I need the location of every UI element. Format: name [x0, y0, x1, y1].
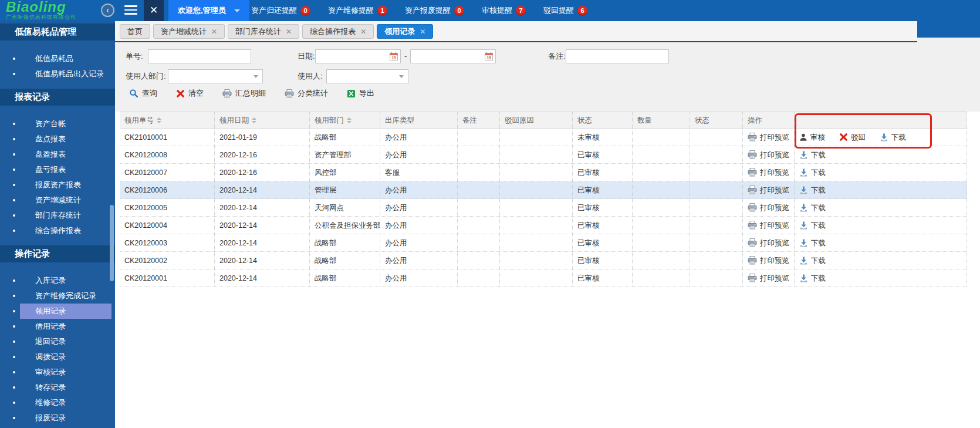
download-icon — [799, 221, 808, 230]
sidebar-item[interactable]: 调拨记录 — [0, 349, 115, 365]
hamburger-menu-icon[interactable] — [124, 5, 137, 16]
table-row[interactable]: CK201200012020-12-14战略部办公用已审核 打印预览 下载 — [120, 269, 967, 287]
sidebar-item[interactable]: 入库记录 — [0, 273, 115, 288]
printer-button[interactable]: 分类统计 — [285, 88, 328, 99]
table-cell-actions: 下载 — [795, 217, 967, 234]
sidebar-item[interactable]: 借用记录 — [0, 319, 115, 334]
column-header[interactable]: 领用部门 — [310, 112, 380, 128]
notification-item[interactable]: 资产归还提醒 0 — [251, 5, 310, 16]
sidebar-item[interactable]: 资产台帐 — [0, 116, 115, 132]
search-button[interactable]: 查询 — [129, 88, 157, 99]
table-cell — [458, 181, 500, 198]
table-cell: 2021-01-19 — [215, 129, 310, 146]
download-icon — [799, 203, 808, 212]
table-row[interactable]: CK201200082020-12-16资产管理部办公用已审核 打印预览 下载 — [120, 146, 967, 164]
sidebar-item[interactable]: 资产维修完成记录 — [0, 288, 115, 304]
tab-item[interactable]: 综合操作报表 ✕ — [302, 24, 374, 39]
table-row[interactable]: CK201200042020-12-14公积金及担保业务部办公用已审核 打印预览… — [120, 217, 967, 234]
sidebar-item[interactable]: 报废记录 — [0, 410, 115, 426]
print-preview-button[interactable]: 打印预览 — [748, 218, 789, 233]
download-action-button[interactable]: 下载 — [799, 147, 826, 163]
notification-item[interactable]: 资产维修提醒 1 — [328, 5, 387, 16]
tab-active[interactable]: 领用记录 ✕ — [377, 24, 433, 39]
table-cell: CK20120006 — [120, 181, 215, 198]
sidebar-item[interactable]: 审核记录 — [0, 365, 115, 380]
sidebar-item[interactable]: 低值易耗品出入记录 — [0, 66, 115, 82]
button-label: 清空 — [188, 88, 204, 99]
sidebar-item[interactable]: 资产增减统计 — [0, 193, 115, 208]
calendar-icon[interactable]: 15 — [389, 52, 398, 63]
sidebar-item[interactable]: 转存记录 — [0, 380, 115, 395]
download-action-button[interactable]: 下载 — [799, 218, 826, 233]
sidebar-item[interactable]: 领用记录 — [0, 304, 115, 319]
notification-item[interactable]: 审核提醒 7 — [482, 5, 526, 16]
collapse-sidebar-button[interactable]: ‹ — [101, 4, 114, 17]
reject-action-button[interactable]: 驳回 — [839, 130, 866, 145]
sidebar-section-title[interactable]: 低值易耗品管理 — [0, 23, 115, 41]
sidebar-section-title[interactable]: 操作记录 — [0, 245, 115, 262]
table-row[interactable]: CK210100012021-01-19战略部办公用未审核 打印预览 审核 驳回… — [120, 129, 967, 146]
table-row[interactable]: CK201200032020-12-14战略部办公用已审核 打印预览 下载 — [120, 234, 967, 252]
column-header[interactable]: 领用日期 — [215, 112, 310, 128]
tab-item[interactable]: 首页 — [120, 24, 150, 39]
tab-close-icon[interactable]: ✕ — [286, 28, 292, 36]
download-action-button[interactable]: 下载 — [799, 271, 826, 286]
sidebar-item[interactable]: 低值易耗品 — [0, 51, 115, 66]
tab-item[interactable]: 资产增减统计 ✕ — [153, 24, 225, 39]
user-select[interactable] — [326, 69, 408, 83]
print-preview-button[interactable]: 打印预览 — [748, 147, 789, 163]
notification-item[interactable]: 驳回提醒 6 — [543, 5, 587, 16]
download-action-button[interactable]: 下载 — [799, 183, 826, 198]
tab-close-icon[interactable]: ✕ — [211, 28, 217, 36]
print-preview-button[interactable]: 打印预览 — [748, 183, 789, 198]
close-button[interactable]: ✕ — [144, 0, 164, 21]
table-row[interactable]: CK201200062020-12-14管理层办公用已审核 打印预览 下载 — [120, 181, 967, 199]
sidebar-item[interactable]: 维修记录 — [0, 395, 115, 410]
print-preview-button[interactable]: 打印预览 — [748, 271, 789, 286]
table-row[interactable]: CK201200022020-12-14战略部办公用已审核 打印预览 下载 — [120, 252, 967, 269]
print-preview-button[interactable]: 打印预览 — [748, 130, 789, 145]
user-menu-button[interactable]: 欢迎您,管理员 — [168, 0, 249, 21]
sidebar-item[interactable]: 盘点报表 — [0, 132, 115, 147]
action-label: 下载 — [811, 183, 826, 198]
tab-close-icon[interactable]: ✕ — [360, 28, 366, 36]
download-action-button[interactable]: 下载 — [799, 253, 826, 268]
date-to-input[interactable] — [410, 49, 496, 63]
sidebar-item[interactable]: 盘亏报表 — [0, 162, 115, 177]
download-action-button[interactable]: 下载 — [799, 235, 826, 251]
user-dept-select[interactable] — [168, 69, 263, 83]
table-row[interactable]: CK201200072020-12-16风控部客服已审核 打印预览 下载 — [120, 164, 967, 181]
print-preview-button[interactable]: 打印预览 — [748, 235, 789, 251]
clear-button[interactable]: 清空 — [176, 88, 204, 99]
tab-close-icon[interactable]: ✕ — [420, 28, 425, 36]
excel-icon — [347, 89, 356, 98]
table-cell — [458, 129, 500, 146]
excel-button[interactable]: 导出 — [347, 88, 374, 99]
user-action-button[interactable]: 审核 — [799, 130, 825, 145]
table-row[interactable]: CK201200052020-12-14天河网点办公用已审核 打印预览 下载 — [120, 199, 967, 217]
download-action-button[interactable]: 下载 — [799, 200, 826, 215]
table-cell: 办公用 — [380, 129, 458, 146]
column-header[interactable]: 领用单号 — [120, 112, 215, 128]
calendar-icon[interactable]: 15 — [484, 52, 494, 63]
sidebar-scrollbar-thumb[interactable] — [110, 205, 114, 281]
printer-button[interactable]: 汇总明细 — [222, 88, 266, 99]
print-preview-button[interactable]: 打印预览 — [748, 200, 789, 215]
sidebar-item[interactable]: 部门库存统计 — [0, 208, 115, 223]
column-header-label: 数量 — [637, 113, 652, 128]
tab-item[interactable]: 部门库存统计 ✕ — [228, 24, 299, 39]
remark-input[interactable] — [566, 49, 669, 63]
date-from-input[interactable] — [315, 49, 401, 63]
printer-icon — [748, 203, 757, 212]
download-action-button[interactable]: 下载 — [799, 165, 826, 180]
print-preview-button[interactable]: 打印预览 — [748, 253, 789, 268]
notification-item[interactable]: 资产报废提醒 0 — [405, 5, 464, 16]
download-action-button[interactable]: 下载 — [880, 130, 906, 145]
sidebar-item[interactable]: 报废资产报表 — [0, 177, 115, 193]
sidebar-section-title[interactable]: 报表记录 — [0, 89, 115, 106]
sidebar-item[interactable]: 退回记录 — [0, 334, 115, 349]
sidebar-item[interactable]: 综合操作报表 — [0, 223, 115, 238]
order-no-input[interactable] — [148, 49, 251, 63]
print-preview-button[interactable]: 打印预览 — [748, 165, 789, 180]
sidebar-item[interactable]: 盘盈报表 — [0, 147, 115, 162]
